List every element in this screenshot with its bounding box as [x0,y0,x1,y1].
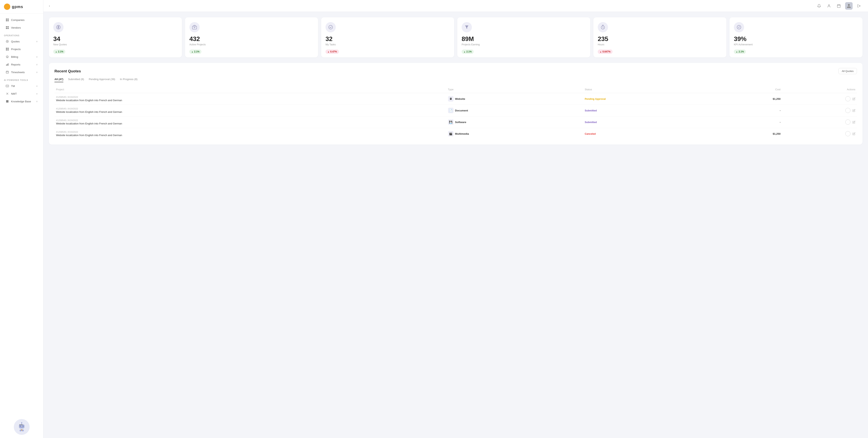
check-icon [326,22,336,32]
notifications-button[interactable] [815,2,823,9]
all-quotes-button[interactable]: All Quotes [838,68,857,74]
sidebar-item-label-reports: Reports [11,63,20,66]
cost-cell: - [720,105,782,116]
svg-text:ARTIE: ARTIE [19,424,23,426]
operations-label: OPERATIONS [0,32,43,37]
timesheets-chevron: ∨ [36,71,38,73]
edit-button[interactable] [852,121,856,124]
sidebar-item-billing[interactable]: $ Billing ∨ [2,53,42,61]
edit-button[interactable] [852,109,856,112]
table-row: #1258545 | 9/19/2022 Website localizatio… [55,93,857,105]
type-label: Software [455,121,466,124]
cost-cell: $1,250 [720,93,782,105]
sidebar-item-label-knowledge-base: Knowledge Base [11,100,31,103]
calendar-button[interactable] [835,2,842,9]
sidebar-item-companies[interactable]: Companies [2,16,42,24]
stat-value-hours: 235 [598,35,722,42]
sidebar-item-reports[interactable]: Reports ∨ [2,61,42,68]
svg-rect-21 [6,85,9,87]
sidebar-item-vendors[interactable]: Vendors [2,24,42,31]
svg-rect-2 [6,19,7,20]
user-menu-button[interactable] [826,2,833,9]
timesheets-icon [5,70,9,74]
svg-rect-3 [7,19,9,20]
status-badge: Canceled [585,132,596,135]
col-project: Project [55,86,446,93]
select-button[interactable] [845,96,850,101]
svg-rect-6 [6,26,7,27]
timer-icon [598,22,608,32]
tab-all[interactable]: All (47) [55,78,63,82]
svg-rect-12 [7,48,9,49]
svg-point-24 [20,426,21,427]
col-actions: Actions [782,86,857,93]
sidebar-item-tm[interactable]: TM ∨ [2,82,42,90]
sidebar-item-label-tm: TM [11,85,15,88]
stat-card-active-projects: 432 Active Projects ▲ 2.1% [185,18,318,57]
stat-value-projects-earning: 89M [462,35,586,42]
svg-rect-11 [6,48,7,49]
projects-icon [5,47,9,51]
tab-pending-approval[interactable]: Pending Approval (39) [89,78,115,82]
svg-text:$: $ [7,56,8,58]
quotes-tabs: All (47) Submitted (8) Pending Approval … [55,78,857,82]
briefcase-icon [189,22,199,32]
tab-submitted[interactable]: Submitted (8) [68,78,84,82]
edit-button[interactable] [852,97,856,100]
sidebar-item-nmt[interactable]: NMT ∨ [2,90,42,97]
kb-icon [5,100,9,103]
vendors-icon [5,26,9,29]
select-button[interactable] [845,131,850,136]
type-label: Document [455,109,468,112]
reports-chevron: ∨ [36,63,38,66]
app-container: gpms Companies Vendors [0,0,868,438]
sidebar-item-knowledge-base[interactable]: Knowledge Base ∨ [2,98,42,105]
funnel-icon [462,22,472,32]
logout-button[interactable] [856,2,863,9]
sidebar-item-timesheets[interactable]: Timesheets ∨ [2,68,42,76]
svg-rect-5 [7,20,9,21]
stat-label-active-projects: Active Projects [189,43,314,46]
col-type: Type [446,86,583,93]
nmt-chevron: ∨ [36,93,38,95]
stat-badge-active-projects: ▲ 2.1% [189,50,202,54]
select-button[interactable] [845,108,850,113]
svg-point-32 [22,430,24,431]
select-button[interactable] [845,120,850,125]
edit-button[interactable] [852,132,856,135]
logo-text: gpms [12,4,23,9]
sidebar-item-label-companies: Companies [11,19,25,22]
table-row: #1258545 | 9/19/2022 Website localizatio… [55,128,857,139]
ai-label: AI POWERED TOOLS [0,76,43,82]
avatar[interactable] [845,2,852,10]
tab-in-progress[interactable]: In Progress (8) [120,78,137,82]
svg-rect-19 [8,63,8,66]
stat-card-my-tasks: 32 My Tasks ▲ 0.47% [321,18,454,57]
svg-point-1 [6,6,8,7]
svg-rect-14 [7,49,9,51]
type-label: Multimedia [455,132,469,135]
svg-rect-26 [20,427,23,428]
sidebar-item-projects[interactable]: Projects [2,45,42,53]
main-area: ‹ [43,0,868,438]
logo-icon [4,4,10,10]
reports-icon [5,63,9,66]
recent-quotes-section: Recent Quotes All Quotes All (47) Submit… [49,63,863,145]
stat-badge-my-tasks: ▲ 0.47% [326,50,339,54]
svg-point-33 [21,429,22,431]
collapse-sidebar-button[interactable]: ‹ [49,4,50,8]
stat-card-projects-earning: 89M Projects Earning ▲ 2.1% [457,18,590,57]
sidebar-nav: Companies Vendors OPERATIONS Quotes [0,13,43,416]
type-icon-software: 💾 [448,119,454,125]
sidebar-item-label-timesheets: Timesheets [11,71,25,74]
svg-rect-13 [6,49,7,51]
nmt-icon [5,92,9,95]
tm-icon [5,84,9,88]
stat-label-projects-earning: Projects Earning [462,43,586,46]
svg-point-31 [20,430,22,431]
sidebar-item-quotes[interactable]: Quotes ∨ [2,38,42,45]
stat-card-hours: 235 Hours ▲ 0.647% [593,18,726,57]
stat-badge-hours: ▲ 0.647% [598,50,613,54]
svg-point-25 [23,426,24,427]
kb-chevron: ∨ [36,100,38,103]
